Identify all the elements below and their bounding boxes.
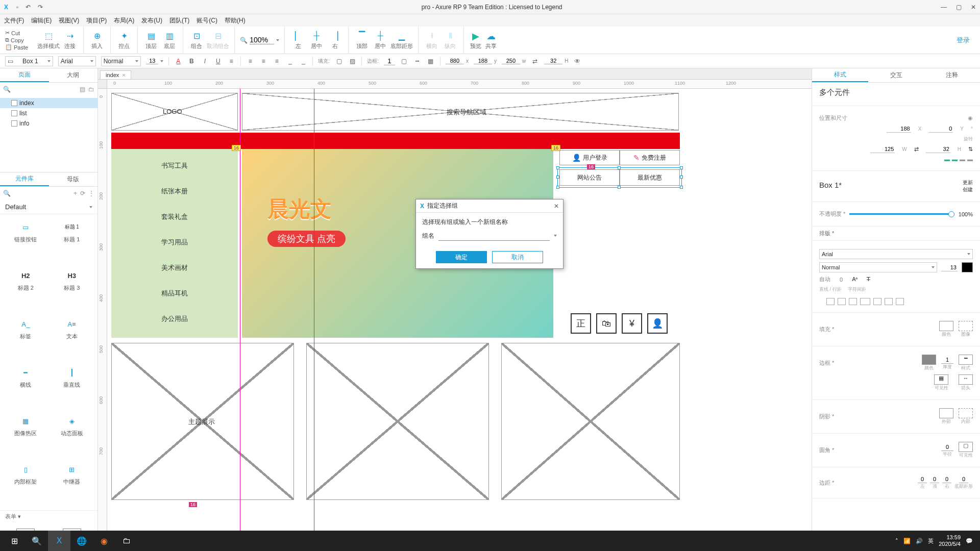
widget-heading2[interactable]: H2标题 2 xyxy=(4,267,47,312)
margin-t-input[interactable] xyxy=(930,475,939,483)
widget-linkbutton[interactable]: ▭链接按钮 xyxy=(4,218,47,264)
red-nav-band[interactable] xyxy=(111,133,680,149)
radius-vis[interactable]: ▢ xyxy=(959,442,973,452)
menu-project[interactable]: 项目(P) xyxy=(86,16,107,25)
widget-label[interactable]: A_标签 xyxy=(4,315,47,361)
close-tab-icon[interactable]: × xyxy=(122,72,125,78)
theme-box-2[interactable] xyxy=(306,343,489,500)
start-button[interactable]: ⊞ xyxy=(3,531,26,551)
search-icon[interactable]: 🔍 xyxy=(26,531,48,551)
halign-right-icon[interactable]: ≡ xyxy=(273,57,281,65)
menu-arrange[interactable]: 布局(A) xyxy=(114,16,134,25)
widget-hline[interactable]: ━横线 xyxy=(4,364,47,409)
more-icon[interactable]: ⋮ xyxy=(88,190,94,197)
tray-chevron-icon[interactable]: ˄ xyxy=(895,538,898,544)
ok-button[interactable]: 确定 xyxy=(436,251,487,263)
logo-placeholder[interactable]: LOGO xyxy=(111,93,238,131)
widget-textarea[interactable]: abc文本框(多行) xyxy=(51,527,94,531)
paste-button[interactable]: 📋 Paste xyxy=(5,44,28,51)
shape-select[interactable]: ▭Box 1 xyxy=(5,56,53,66)
chevron-down-icon[interactable] xyxy=(554,235,557,237)
widget-repeater[interactable]: ⊞中继器 xyxy=(51,461,94,506)
layer-bottom-button[interactable]: ▥底层 xyxy=(161,30,178,50)
nav-item[interactable]: 套装礼盒 xyxy=(111,212,238,221)
lock-ratio-icon[interactable]: ⇄ xyxy=(531,57,539,65)
group-button[interactable]: ⊡组合 xyxy=(188,30,205,50)
align-icon[interactable] xyxy=(838,298,846,305)
border-style-icon[interactable]: ┅ xyxy=(413,57,422,65)
border-style-swatch[interactable]: ━ xyxy=(959,355,973,365)
redo-icon[interactable]: ↷ xyxy=(38,4,43,11)
align-left-button[interactable]: ▏左 xyxy=(290,30,306,50)
page-item-info[interactable]: info xyxy=(0,118,97,129)
nav-item[interactable]: 书写工具 xyxy=(111,161,238,170)
bullets-icon[interactable]: ≡ xyxy=(227,57,235,65)
shadow-inner[interactable] xyxy=(959,408,973,418)
halign-left-icon[interactable]: ≡ xyxy=(246,57,254,65)
widget-panel[interactable]: ◈动态面板 xyxy=(51,412,94,458)
nav-item[interactable]: 学习用品 xyxy=(111,238,238,247)
underline-icon[interactable]: U xyxy=(214,57,222,65)
widget-text[interactable]: A≡文本 xyxy=(51,315,94,361)
style-x-input[interactable] xyxy=(887,125,911,133)
margin-l-input[interactable] xyxy=(918,475,927,483)
group-name-input[interactable] xyxy=(438,231,550,241)
valign-icon[interactable] xyxy=(873,298,881,305)
text-style-icon[interactable]: T̶ xyxy=(867,276,870,283)
feature-icon-4[interactable]: 👤 xyxy=(647,313,668,334)
insert-button[interactable]: ⊕插入 xyxy=(89,30,105,50)
login-button[interactable]: 登录 xyxy=(957,36,975,45)
align-icon[interactable] xyxy=(826,298,835,305)
register-button[interactable]: ✎免费注册 xyxy=(620,150,680,165)
share-button[interactable]: ☁共享 xyxy=(485,31,497,50)
tab-pages[interactable]: 页面 xyxy=(0,68,49,82)
library-select[interactable]: Default xyxy=(0,200,97,214)
feature-icon-2[interactable]: 🛍 xyxy=(596,313,617,334)
connect-button[interactable]: ⇢连接 xyxy=(62,30,78,50)
layer-top-button[interactable]: ▤顶层 xyxy=(143,30,159,50)
menu-help[interactable]: 帮助(H) xyxy=(225,16,246,25)
minimize-icon[interactable]: — xyxy=(941,4,947,11)
preview-button[interactable]: ▶预览 xyxy=(470,31,481,50)
add-folder-icon[interactable]: 🗀 xyxy=(88,86,94,93)
tab-masters[interactable]: 母版 xyxy=(49,172,98,186)
style-font-select[interactable]: Arial xyxy=(819,249,973,259)
select-mode-button[interactable]: ⬚选择模式 xyxy=(37,30,60,50)
nav-item[interactable]: 美术画材 xyxy=(111,263,238,272)
tray-network-icon[interactable]: 📶 xyxy=(903,538,911,544)
text-color-swatch[interactable] xyxy=(962,262,973,272)
taskbar-clock[interactable]: 13:592020/5/4 xyxy=(939,534,961,547)
align-right-button[interactable]: ▕右 xyxy=(327,30,343,50)
flip-icon[interactable]: ⇅ xyxy=(968,146,973,153)
style-size-input[interactable] xyxy=(941,264,958,271)
tray-ime[interactable]: 英 xyxy=(928,537,934,545)
text-style-icon[interactable]: Aᵃ xyxy=(852,276,857,283)
visibility-icon[interactable]: ◉ xyxy=(968,115,973,121)
user-login-button[interactable]: 👤用户登录 xyxy=(559,150,620,165)
widget-heading3[interactable]: H3标题 3 xyxy=(51,267,94,312)
lib-section-forms[interactable]: 表单 ▾ xyxy=(0,510,97,522)
guide-line[interactable] xyxy=(314,89,314,531)
menu-publish[interactable]: 发布(U) xyxy=(141,16,162,25)
border-width-input[interactable] xyxy=(384,57,395,65)
tab-notes[interactable]: 注释 xyxy=(924,68,980,82)
tab-library[interactable]: 元件库 xyxy=(0,172,49,186)
theme-box-1[interactable]: 主题展示 xyxy=(111,343,294,500)
taskbar-app-explorer[interactable]: 🗀 xyxy=(115,531,138,551)
add-icon[interactable]: + xyxy=(74,190,77,197)
nav-item[interactable]: 精品耳机 xyxy=(111,289,238,298)
nav-item[interactable]: 办公用品 xyxy=(111,314,238,323)
style-weight-select[interactable]: Normal xyxy=(819,262,937,272)
widget-heading1[interactable]: 标题 1标题 1 xyxy=(51,218,94,264)
alignment-icon[interactable]: ▬ xyxy=(967,156,973,162)
weight-select[interactable]: Normal xyxy=(101,56,141,66)
halign-center-icon[interactable]: ≡ xyxy=(259,57,267,65)
radius-input[interactable] xyxy=(941,443,953,451)
fill-image-swatch[interactable] xyxy=(959,321,973,331)
opacity-slider[interactable] xyxy=(849,213,954,215)
border-vis-swatch[interactable]: ▦ xyxy=(934,374,948,385)
fill-image-icon[interactable]: ▨ xyxy=(348,57,356,65)
zoom-control[interactable]: 🔍 xyxy=(240,36,279,44)
align-hcenter-button[interactable]: ┼居中 xyxy=(308,30,325,50)
italic-icon[interactable]: I xyxy=(201,57,209,65)
